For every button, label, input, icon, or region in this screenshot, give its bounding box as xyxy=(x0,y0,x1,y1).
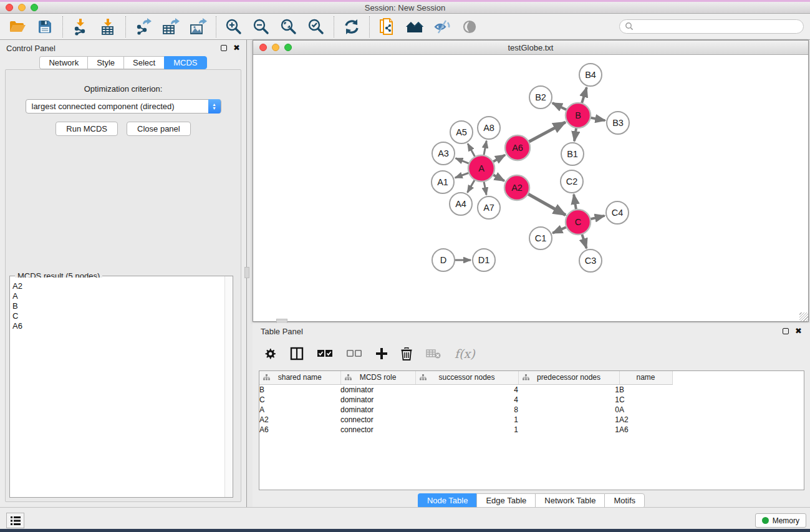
mcds-result-list[interactable]: A2ABCA6 xyxy=(10,278,224,497)
table-cell[interactable]: 4 xyxy=(415,395,518,405)
tab-mcds[interactable]: MCDS xyxy=(164,56,206,69)
result-item[interactable]: A2 xyxy=(12,281,224,291)
table-cell[interactable]: A2 xyxy=(619,415,672,425)
node-B[interactable]: B xyxy=(566,103,591,128)
table-cell[interactable]: dominator xyxy=(340,384,415,395)
tab-network[interactable]: Network xyxy=(39,56,87,69)
network-window-titlebar[interactable]: testGlobe.txt xyxy=(253,41,808,55)
table-header-row[interactable]: shared nameMCDS rolesuccessor nodesprede… xyxy=(259,371,672,384)
duplicate-network-icon[interactable] xyxy=(376,16,398,37)
table-cell[interactable]: A6 xyxy=(259,425,340,435)
task-history-button[interactable] xyxy=(6,513,24,528)
node-D1[interactable]: D1 xyxy=(473,249,495,271)
export-network-icon[interactable] xyxy=(132,16,155,37)
table-row[interactable]: Adominator80A xyxy=(259,405,672,415)
column-header[interactable]: shared name xyxy=(259,371,340,384)
result-item[interactable]: A6 xyxy=(12,321,224,331)
import-network-icon[interactable] xyxy=(69,16,92,37)
search-input[interactable] xyxy=(619,19,804,34)
tab-select[interactable]: Select xyxy=(123,56,164,69)
table-cell[interactable]: 4 xyxy=(415,384,518,395)
show-panels-icon[interactable] xyxy=(458,16,481,37)
node-A7[interactable]: A7 xyxy=(478,196,500,219)
table-cell[interactable]: 1 xyxy=(415,415,518,425)
node-A6[interactable]: A6 xyxy=(505,135,530,160)
add-icon[interactable] xyxy=(376,348,387,359)
table-cell[interactable]: 1 xyxy=(518,384,619,395)
tab-network-table[interactable]: Network Table xyxy=(535,493,604,508)
zoom-in-icon[interactable] xyxy=(223,16,245,37)
float-table-panel-icon[interactable] xyxy=(783,328,789,334)
float-panel-icon[interactable] xyxy=(221,45,227,51)
home-icon[interactable] xyxy=(403,16,426,37)
table-cell[interactable]: B xyxy=(259,384,340,395)
deselect-all-icon[interactable] xyxy=(347,350,362,358)
node-B2[interactable]: B2 xyxy=(529,86,552,109)
node-A8[interactable]: A8 xyxy=(478,117,500,139)
node-A1[interactable]: A1 xyxy=(432,171,454,193)
split-columns-icon[interactable] xyxy=(290,347,304,360)
table-cell[interactable]: 1 xyxy=(415,425,518,435)
zoom-out-icon[interactable] xyxy=(250,16,272,37)
vertical-splitter-handle[interactable] xyxy=(244,267,249,278)
node-A4[interactable]: A4 xyxy=(450,193,472,215)
resize-grip-icon[interactable] xyxy=(799,312,808,321)
node-B3[interactable]: B3 xyxy=(607,112,629,134)
tab-motifs[interactable]: Motifs xyxy=(604,493,645,508)
node-C4[interactable]: C4 xyxy=(606,201,629,224)
tab-edge-table[interactable]: Edge Table xyxy=(476,493,535,508)
memory-button[interactable]: Memory xyxy=(755,513,806,528)
table-cell[interactable]: A xyxy=(619,405,672,415)
gear-icon[interactable] xyxy=(264,347,276,360)
table-row[interactable]: A6connector11A6 xyxy=(259,425,672,435)
table-cell[interactable]: 1 xyxy=(518,425,619,435)
node-A5[interactable]: A5 xyxy=(450,121,473,143)
node-A3[interactable]: A3 xyxy=(432,142,455,165)
node-B4[interactable]: B4 xyxy=(579,64,602,86)
table-cell[interactable]: C xyxy=(259,395,340,405)
table-cell[interactable]: A xyxy=(259,405,340,415)
node-C[interactable]: C xyxy=(566,210,591,235)
import-table-icon[interactable] xyxy=(97,16,119,37)
table-cell[interactable]: 1 xyxy=(518,415,619,425)
table-cell[interactable]: dominator xyxy=(340,395,415,405)
criterion-select[interactable]: largest connected component (directed) ▲… xyxy=(26,99,221,114)
node-C1[interactable]: C1 xyxy=(529,227,552,249)
node-C3[interactable]: C3 xyxy=(579,249,602,272)
table-cell[interactable]: B xyxy=(619,384,672,395)
result-item[interactable]: A xyxy=(12,291,224,301)
node-C2[interactable]: C2 xyxy=(561,170,583,193)
node-A[interactable]: A xyxy=(468,155,494,181)
hide-panels-icon[interactable] xyxy=(431,16,453,37)
node-B1[interactable]: B1 xyxy=(561,143,584,165)
open-file-icon[interactable] xyxy=(6,16,29,37)
column-header[interactable]: MCDS role xyxy=(340,371,415,384)
table-row[interactable]: A2connector11A2 xyxy=(259,415,672,425)
result-scrollbar[interactable] xyxy=(224,276,233,497)
result-item[interactable]: C xyxy=(12,311,224,321)
table-cell[interactable]: dominator xyxy=(340,405,415,415)
column-header[interactable]: name xyxy=(619,371,672,384)
table-row[interactable]: Cdominator41C xyxy=(259,395,672,405)
refresh-icon[interactable] xyxy=(340,16,363,37)
column-header[interactable]: predecessor nodes xyxy=(518,371,619,384)
table-cell[interactable]: C xyxy=(619,395,672,405)
tab-style[interactable]: Style xyxy=(87,56,123,69)
result-item[interactable]: B xyxy=(12,301,224,311)
tab-node-table[interactable]: Node Table xyxy=(418,493,477,508)
network-canvas[interactable]: A5A8A3A1A4A7AA6A2BB2B4B3B1CC2C4C1C3DD1 xyxy=(253,55,808,321)
close-table-panel-icon[interactable]: ✖ xyxy=(795,328,802,334)
zoom-fit-icon[interactable] xyxy=(277,16,300,37)
close-panel-button[interactable]: Close panel xyxy=(127,122,191,136)
export-image-icon[interactable] xyxy=(187,16,210,37)
node-table[interactable]: shared nameMCDS rolesuccessor nodesprede… xyxy=(259,370,804,490)
node-A2[interactable]: A2 xyxy=(504,175,529,200)
select-all-icon[interactable] xyxy=(317,350,333,358)
table-row[interactable]: Bdominator41B xyxy=(259,384,672,395)
column-header[interactable]: successor nodes xyxy=(415,371,518,384)
run-mcds-button[interactable]: Run MCDS xyxy=(55,122,118,136)
zoom-selected-icon[interactable] xyxy=(305,16,327,37)
table-cell[interactable]: 8 xyxy=(415,405,518,415)
close-panel-icon[interactable]: ✖ xyxy=(233,45,240,51)
table-cell[interactable]: 1 xyxy=(518,395,619,405)
